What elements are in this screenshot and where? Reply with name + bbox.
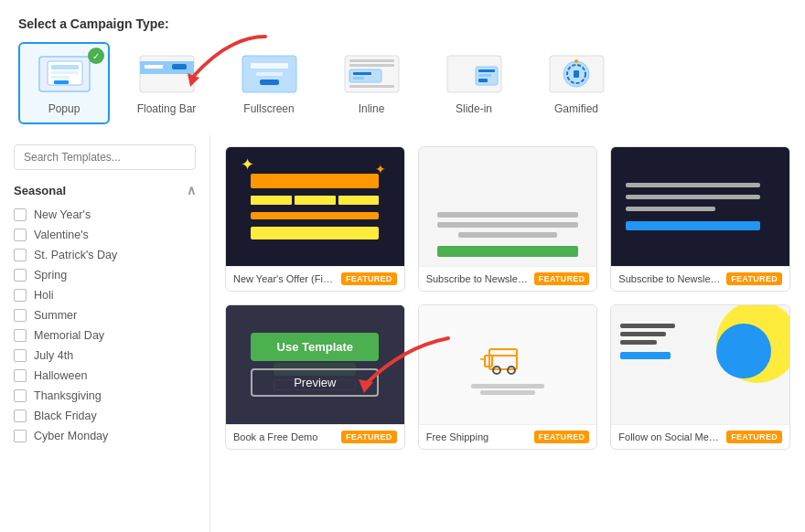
sidebar-item-label: Black Friday bbox=[34, 410, 97, 422]
sidebar-checkbox[interactable] bbox=[14, 410, 27, 422]
card-footer: Subscribe to Newsletter ... FEATURED bbox=[611, 266, 789, 291]
card-name: Follow on Social Media bbox=[618, 431, 721, 442]
sidebar-checkbox[interactable] bbox=[14, 369, 27, 382]
sidebar-checkbox[interactable] bbox=[14, 349, 27, 362]
svg-rect-18 bbox=[353, 72, 371, 75]
sidebar-item-label: Valentine's bbox=[34, 229, 89, 241]
campaign-type-fullscreen[interactable]: Fullscreen bbox=[223, 42, 315, 124]
sidebar-item-label: Thanksgiving bbox=[34, 389, 102, 402]
svg-rect-8 bbox=[145, 65, 163, 69]
sidebar-item-label: St. Patrick's Day bbox=[34, 249, 117, 261]
sidebar-checkbox[interactable] bbox=[14, 430, 27, 442]
card-thumbnail bbox=[419, 147, 597, 266]
featured-badge: FEATURED bbox=[726, 431, 782, 443]
sidebar-checkbox[interactable] bbox=[14, 289, 27, 302]
use-template-button[interactable]: Use Template bbox=[251, 333, 379, 361]
fullscreen-icon bbox=[237, 51, 301, 97]
card-name: Subscribe to Newsletter ... bbox=[618, 273, 721, 284]
svg-rect-19 bbox=[353, 77, 364, 80]
sidebar-item[interactable]: Valentine's bbox=[14, 225, 196, 245]
floating-bar-label: Floating Bar bbox=[137, 102, 197, 115]
sidebar-item[interactable]: Thanksgiving bbox=[14, 386, 196, 406]
card-footer: Subscribe to Newsletter ... FEATURED bbox=[419, 266, 597, 291]
sidebar-checkbox[interactable] bbox=[14, 309, 27, 322]
card-name: Book a Free Demo bbox=[233, 431, 336, 442]
svg-rect-5 bbox=[54, 80, 69, 84]
sidebar-checkbox[interactable] bbox=[14, 249, 27, 261]
sidebar-checkbox[interactable] bbox=[14, 269, 27, 282]
campaign-type-gamified[interactable]: Gamified bbox=[531, 42, 622, 124]
svg-rect-15 bbox=[349, 59, 394, 62]
svg-rect-23 bbox=[478, 69, 495, 72]
selected-checkmark: ✓ bbox=[88, 48, 104, 64]
slide-in-icon bbox=[442, 51, 506, 97]
sidebar-item[interactable]: Black Friday bbox=[14, 406, 196, 426]
template-card[interactable]: Use Template Preview Book a Free Demo FE… bbox=[225, 304, 405, 450]
main-layout: Seasonal ∧ New Year's Valentine's St. Pa… bbox=[0, 135, 805, 532]
svg-rect-9 bbox=[172, 64, 187, 69]
slide-in-label: Slide-in bbox=[456, 102, 492, 115]
sidebar-item-label: Cyber Monday bbox=[34, 430, 108, 442]
card-thumbnail: ✦ ✦ bbox=[226, 147, 404, 266]
campaign-type-inline[interactable]: Inline bbox=[326, 42, 417, 124]
featured-badge: FEATURED bbox=[341, 272, 397, 285]
campaign-type-floating-bar[interactable]: Floating Bar bbox=[121, 42, 212, 124]
svg-rect-4 bbox=[51, 76, 70, 79]
card-name: Subscribe to Newsletter ... bbox=[426, 273, 529, 284]
sidebar-item[interactable]: July 4th bbox=[14, 346, 196, 366]
template-card[interactable]: Subscribe to Newsletter ... FEATURED bbox=[418, 146, 598, 292]
card-thumbnail bbox=[419, 305, 597, 424]
sidebar-item-label: July 4th bbox=[34, 349, 73, 362]
sidebar-item[interactable]: New Year's bbox=[14, 205, 196, 225]
template-grid: ✦ ✦ New Year's Offer (Firewo... FEATURED… bbox=[225, 146, 790, 450]
preview-button[interactable]: Preview bbox=[251, 368, 379, 397]
template-card[interactable]: Follow on Social Media FEATURED bbox=[610, 304, 790, 450]
svg-rect-24 bbox=[478, 74, 491, 77]
sidebar-checkbox[interactable] bbox=[14, 389, 27, 402]
header: Select a Campaign Type: ✓ Popup bbox=[0, 0, 805, 135]
sidebar-item[interactable]: Cyber Monday bbox=[14, 426, 196, 446]
sidebar-item[interactable]: Summer bbox=[14, 305, 196, 325]
featured-badge: FEATURED bbox=[341, 431, 397, 443]
campaign-type-popup[interactable]: ✓ Popup bbox=[18, 42, 110, 124]
sidebar-item[interactable]: Holi bbox=[14, 285, 196, 305]
sidebar-item-label: Summer bbox=[34, 309, 77, 322]
content-area: ✦ ✦ New Year's Offer (Firewo... FEATURED… bbox=[210, 135, 805, 532]
gamified-icon bbox=[544, 51, 608, 97]
fullscreen-label: Fullscreen bbox=[243, 102, 294, 115]
sidebar-checkbox[interactable] bbox=[14, 229, 27, 241]
sidebar-checkbox[interactable] bbox=[14, 208, 27, 221]
sidebar-item-label: New Year's bbox=[34, 208, 91, 221]
gamified-label: Gamified bbox=[554, 102, 598, 115]
svg-rect-3 bbox=[51, 71, 79, 74]
sidebar-item-label: Memorial Day bbox=[34, 329, 104, 342]
svg-rect-20 bbox=[349, 85, 394, 88]
sidebar-item-label: Halloween bbox=[34, 369, 87, 382]
search-input[interactable] bbox=[14, 144, 196, 170]
sidebar-item[interactable]: Halloween bbox=[14, 366, 196, 386]
svg-rect-12 bbox=[256, 72, 283, 76]
template-card[interactable]: ✦ ✦ New Year's Offer (Firewo... FEATURED bbox=[225, 146, 405, 292]
sidebar: Seasonal ∧ New Year's Valentine's St. Pa… bbox=[0, 135, 210, 532]
sidebar-checkbox[interactable] bbox=[14, 329, 27, 342]
card-name: Free Shipping bbox=[426, 431, 529, 442]
card-footer: Book a Free Demo FEATURED bbox=[226, 424, 404, 449]
svg-point-29 bbox=[574, 59, 578, 63]
card-thumbnail: Use Template Preview bbox=[226, 305, 404, 424]
svg-rect-13 bbox=[260, 80, 279, 85]
sidebar-item[interactable]: Spring bbox=[14, 265, 196, 285]
svg-rect-25 bbox=[478, 79, 488, 82]
floating-bar-icon bbox=[134, 51, 199, 97]
template-card[interactable]: Subscribe to Newsletter ... FEATURED bbox=[610, 146, 790, 292]
template-card[interactable]: Free Shipping FEATURED bbox=[418, 304, 598, 450]
page-title: Select a Campaign Type: bbox=[18, 16, 787, 31]
svg-rect-16 bbox=[349, 64, 394, 67]
svg-rect-11 bbox=[251, 63, 288, 69]
card-footer: Free Shipping FEATURED bbox=[419, 424, 597, 449]
campaign-type-slide-in[interactable]: Slide-in bbox=[428, 42, 520, 124]
sidebar-item[interactable]: Memorial Day bbox=[14, 325, 196, 346]
featured-badge: FEATURED bbox=[726, 272, 782, 285]
svg-rect-2 bbox=[51, 65, 79, 69]
card-footer: Follow on Social Media FEATURED bbox=[611, 424, 789, 449]
sidebar-item[interactable]: St. Patrick's Day bbox=[14, 245, 196, 265]
